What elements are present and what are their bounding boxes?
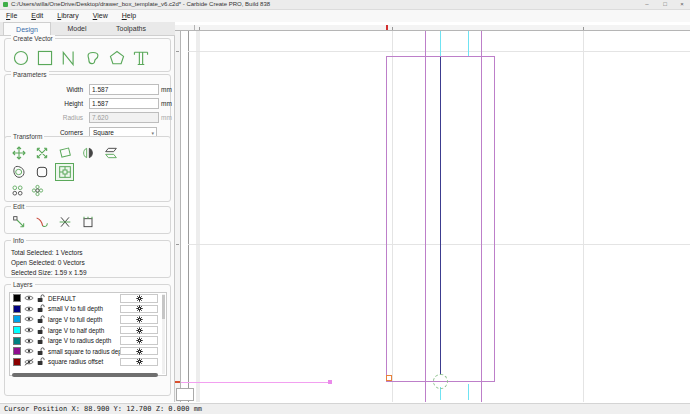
round-corners-tool-icon[interactable] xyxy=(32,163,51,181)
vector-cyan-segment[interactable] xyxy=(440,31,441,56)
lock-open-icon[interactable] xyxy=(37,336,45,345)
app-logo-icon xyxy=(3,2,8,7)
menu-help[interactable]: Help xyxy=(116,10,142,22)
close-button[interactable]: × xyxy=(675,0,689,9)
height-label: Height xyxy=(5,98,83,109)
layer-settings-button[interactable] xyxy=(120,305,158,314)
eye-icon[interactable] xyxy=(24,315,34,323)
eye-icon[interactable] xyxy=(24,347,34,355)
scale-tool-icon[interactable] xyxy=(32,144,51,162)
layer-color-swatch[interactable] xyxy=(13,305,21,313)
height-field[interactable] xyxy=(89,98,159,109)
offset-vectors-tool-icon[interactable] xyxy=(9,163,28,181)
tab-model[interactable]: Model xyxy=(55,22,99,35)
layer-color-swatch[interactable] xyxy=(13,315,21,323)
minimize-button[interactable]: – xyxy=(640,0,654,9)
lock-open-icon[interactable] xyxy=(37,347,45,356)
layer-row[interactable]: small V to full depth xyxy=(10,304,166,315)
circular-array-tool-icon[interactable] xyxy=(29,183,45,198)
lock-open-icon[interactable] xyxy=(37,315,45,324)
layer-row[interactable]: square radius offset xyxy=(10,357,166,368)
layer-color-swatch[interactable] xyxy=(13,347,21,355)
vector-purple-rectangle[interactable] xyxy=(386,56,495,382)
rotate-tool-icon[interactable] xyxy=(55,144,74,162)
info-title: Info xyxy=(11,237,26,245)
menu-library[interactable]: Library xyxy=(51,10,84,22)
trim-vectors-tool-icon[interactable] xyxy=(55,213,74,231)
layer-settings-button[interactable] xyxy=(120,358,158,367)
maximize-button[interactable]: □ xyxy=(658,0,672,9)
layer-row[interactable]: large V to full depth xyxy=(10,314,166,325)
curve-tool-icon[interactable] xyxy=(81,47,105,69)
move-tool-icon[interactable] xyxy=(9,144,28,162)
layer-settings-button[interactable] xyxy=(120,347,158,356)
layer-row[interactable]: small square to radius depth xyxy=(10,346,166,357)
polyline-tool-icon[interactable] xyxy=(57,47,81,69)
menu-file[interactable]: File xyxy=(0,10,23,22)
transform-title: Transform xyxy=(11,133,44,141)
eye-icon[interactable] xyxy=(24,305,34,313)
selected-square-vector[interactable] xyxy=(386,375,392,381)
layer-row[interactable]: DEFAULT xyxy=(10,293,166,304)
nested-offset-tool-icon[interactable] xyxy=(55,163,74,181)
info-group: Info Total Selected: 1 Vectors Open Sele… xyxy=(4,240,171,278)
join-vectors-tool-icon[interactable] xyxy=(78,213,97,231)
origin-circle-marker[interactable] xyxy=(433,374,448,389)
pink-line-endpoint[interactable] xyxy=(328,380,332,384)
node-edit-tool-icon[interactable] xyxy=(9,213,28,231)
height-unit: mm xyxy=(161,98,172,109)
width-field[interactable] xyxy=(89,84,159,95)
vector-cyan-segment[interactable] xyxy=(468,384,469,400)
canvas-viewport[interactable] xyxy=(181,31,690,402)
tab-toolpaths[interactable]: Toolpaths xyxy=(103,22,159,35)
eye-icon[interactable] xyxy=(24,326,34,334)
layer-color-swatch[interactable] xyxy=(13,326,21,334)
tab-design[interactable]: Design xyxy=(3,22,51,35)
layer-row[interactable]: large V to radius depth xyxy=(10,335,166,346)
lock-open-icon[interactable] xyxy=(37,326,45,335)
eye-icon[interactable] xyxy=(24,358,34,366)
polygon-tool-icon[interactable] xyxy=(105,47,129,69)
create-vector-group: Create Vector xyxy=(4,38,171,72)
layer-settings-button[interactable] xyxy=(120,315,158,324)
layer-color-swatch[interactable] xyxy=(13,337,21,345)
layer-color-swatch[interactable] xyxy=(13,358,21,366)
eye-icon[interactable] xyxy=(24,337,34,345)
layers-title: Layers xyxy=(11,281,35,289)
info-total-selected: Total Selected: 1 Vectors xyxy=(11,248,83,257)
ruler-tick xyxy=(583,27,584,30)
text-tool-icon[interactable] xyxy=(129,47,153,69)
layer-settings-button[interactable] xyxy=(120,326,158,335)
vector-pink-line[interactable] xyxy=(181,382,331,383)
title-bar: C:/Users/willa/OneDrive/Desktop/drawer_b… xyxy=(0,0,690,10)
corners-value: Square xyxy=(93,129,114,136)
grid-array-tool-icon[interactable] xyxy=(9,183,25,198)
shear-tool-icon[interactable] xyxy=(101,144,120,162)
cursor-position-readout: Cursor Position X: 88.900 Y: 12.700 Z: 0… xyxy=(4,405,202,413)
circle-tool-icon[interactable] xyxy=(9,47,33,69)
eye-icon[interactable] xyxy=(24,294,34,302)
ruler-corner-box xyxy=(176,388,194,401)
layer-row[interactable]: large V to half depth xyxy=(10,325,166,336)
curve-fit-tool-icon[interactable] xyxy=(32,213,51,231)
layer-settings-button[interactable] xyxy=(120,294,158,303)
layer-color-swatch[interactable] xyxy=(13,294,21,302)
width-label: Width xyxy=(5,84,83,95)
layer-settings-button[interactable] xyxy=(120,336,158,345)
lock-open-icon[interactable] xyxy=(37,294,45,303)
vector-cyan-segment[interactable] xyxy=(468,31,469,56)
tool-panel: Design Model Toolpaths Create Vector Par… xyxy=(0,22,175,402)
transform-group: Transform xyxy=(4,136,171,202)
rectangle-tool-icon[interactable] xyxy=(33,47,57,69)
menu-edit[interactable]: Edit xyxy=(25,10,49,22)
parameters-title: Parameters xyxy=(11,71,49,79)
lock-open-icon[interactable] xyxy=(37,357,45,366)
radius-unit: mm xyxy=(161,112,172,123)
mirror-tool-icon[interactable] xyxy=(78,144,97,162)
cursor-x-indicator xyxy=(386,25,388,30)
menu-view[interactable]: View xyxy=(87,10,114,22)
status-bar: Cursor Position X: 88.900 Y: 12.700 Z: 0… xyxy=(0,403,690,414)
lock-open-icon[interactable] xyxy=(37,304,45,313)
layers-horizontal-scrollbar[interactable] xyxy=(12,373,158,377)
design-canvas[interactable] xyxy=(175,22,690,402)
